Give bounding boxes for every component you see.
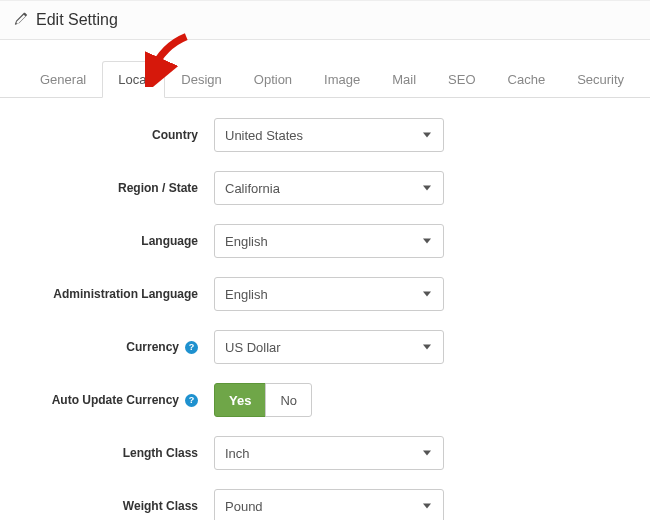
row-length-class: Length Class Inch (24, 436, 626, 470)
row-language: Language English (24, 224, 626, 258)
toggle-auto-update-currency: Yes No (214, 383, 312, 417)
tab-security[interactable]: Security (561, 61, 640, 98)
select-country[interactable]: United States (214, 118, 444, 152)
label-admin-language: Administration Language (24, 287, 214, 301)
row-currency: Currency ? US Dollar (24, 330, 626, 364)
tab-option[interactable]: Option (238, 61, 308, 98)
select-value: California (225, 181, 280, 196)
select-length-class[interactable]: Inch (214, 436, 444, 470)
tab-seo[interactable]: SEO (432, 61, 491, 98)
label-length-class: Length Class (24, 446, 214, 460)
form-local: Country United States Region / State Cal… (0, 98, 650, 520)
pencil-icon (14, 12, 28, 29)
select-value: Inch (225, 446, 250, 461)
tab-local[interactable]: Local (102, 61, 165, 98)
label-text: Auto Update Currency (52, 393, 179, 407)
chevron-down-icon (423, 292, 431, 297)
label-weight-class: Weight Class (24, 499, 214, 513)
help-icon[interactable]: ? (185, 341, 198, 354)
select-value: United States (225, 128, 303, 143)
row-country: Country United States (24, 118, 626, 152)
tab-image[interactable]: Image (308, 61, 376, 98)
tab-design[interactable]: Design (165, 61, 237, 98)
label-currency: Currency ? (24, 340, 214, 354)
page-title: Edit Setting (36, 11, 118, 29)
select-value: Pound (225, 499, 263, 514)
toggle-yes-button[interactable]: Yes (214, 383, 266, 417)
chevron-down-icon (423, 239, 431, 244)
select-currency[interactable]: US Dollar (214, 330, 444, 364)
toggle-no-button[interactable]: No (265, 383, 312, 417)
chevron-down-icon (423, 345, 431, 350)
chevron-down-icon (423, 133, 431, 138)
select-admin-language[interactable]: English (214, 277, 444, 311)
select-weight-class[interactable]: Pound (214, 489, 444, 520)
tab-mail[interactable]: Mail (376, 61, 432, 98)
label-country: Country (24, 128, 214, 142)
select-value: English (225, 287, 268, 302)
row-auto-update-currency: Auto Update Currency ? Yes No (24, 383, 626, 417)
chevron-down-icon (423, 504, 431, 509)
row-region: Region / State California (24, 171, 626, 205)
row-weight-class: Weight Class Pound (24, 489, 626, 520)
label-text: Currency (126, 340, 179, 354)
select-region[interactable]: California (214, 171, 444, 205)
panel-header: Edit Setting (0, 0, 650, 40)
select-language[interactable]: English (214, 224, 444, 258)
label-region: Region / State (24, 181, 214, 195)
help-icon[interactable]: ? (185, 394, 198, 407)
tabs: General Local Design Option Image Mail S… (0, 40, 650, 98)
label-language: Language (24, 234, 214, 248)
chevron-down-icon (423, 186, 431, 191)
row-admin-language: Administration Language English (24, 277, 626, 311)
chevron-down-icon (423, 451, 431, 456)
select-value: English (225, 234, 268, 249)
tab-cache[interactable]: Cache (492, 61, 562, 98)
tab-general[interactable]: General (24, 61, 102, 98)
select-value: US Dollar (225, 340, 281, 355)
label-auto-update-currency: Auto Update Currency ? (24, 393, 214, 407)
